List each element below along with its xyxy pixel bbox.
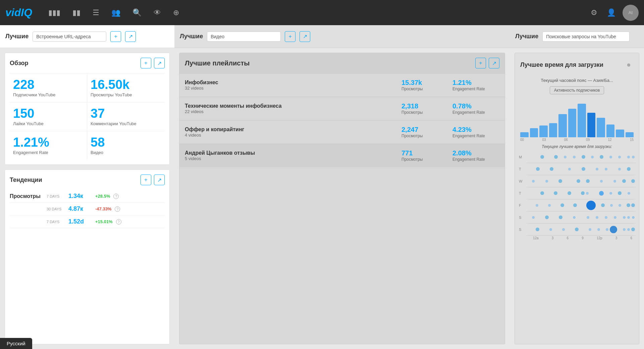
playlist-row-2: Оффер и копирайтинг 4 videos 2,247 Просм… (179, 120, 505, 144)
scatter-row-2: W (526, 175, 636, 187)
scatter-dot (619, 204, 621, 207)
stat-likes-value: 150 (13, 107, 84, 120)
top-navbar: vidIQ ▮▮▮ ▮▮ ☰ 👥 🔍 👁 ⊕ ⚙ 👤 At (0, 0, 644, 25)
playlist-info-0: Инфобизнес 32 videos (185, 80, 397, 91)
playlist-rate-0: 1.21% Engagement Rate (452, 79, 499, 91)
scatter-dot (540, 191, 544, 195)
add-widget-button[interactable]: + (110, 31, 121, 42)
users-icon[interactable]: 👥 (109, 6, 123, 20)
right-top-strip: Лучшие (510, 25, 644, 48)
list-icon[interactable]: ☰ (90, 6, 102, 20)
scatter-dot (573, 203, 577, 207)
playlist-info-2: Оффер и копирайтинг 4 videos (185, 127, 397, 138)
scatter-dot (532, 216, 535, 219)
trend-period-0: 7 DAYS (47, 194, 65, 198)
scatter-dot (605, 216, 607, 219)
scatter-dot (536, 228, 539, 231)
left-strip-input[interactable] (33, 32, 106, 42)
stat-subscribers: 228 Подписчики YouTube (10, 73, 87, 102)
playlist-views-0: 15.37k Просмотры (401, 79, 448, 91)
scatter-dot (596, 216, 598, 219)
playlists-expand-button[interactable]: ↗ (489, 58, 499, 68)
mid-strip-input[interactable] (207, 32, 281, 42)
scatter-dot (618, 191, 622, 195)
right-strip-input[interactable] (542, 32, 630, 42)
scatter-dot (618, 168, 621, 170)
scatter-dot (554, 191, 557, 195)
trends-add-button[interactable]: + (141, 174, 151, 185)
mid-top-strip: Лучшие + ↗ (174, 25, 510, 48)
scatter-dot (575, 228, 579, 231)
upload-header: Лучшее время для загрузки ● (515, 53, 639, 77)
stat-engagement-label: Engagement Rate (13, 150, 84, 155)
scatter-time-axis: 12a 3 6 9 12p 3 6 (518, 236, 636, 241)
playlist-name-2: Оффер и копирайтинг (185, 127, 397, 133)
scatter-dot (601, 203, 605, 207)
stat-views: 16.50k Просмотры YouTube (87, 73, 165, 102)
playlists-add-button[interactable]: + (475, 58, 486, 68)
scatter-dot (545, 215, 549, 219)
clock-icon[interactable]: ● (624, 58, 634, 72)
activity-btn[interactable]: Активность подписчиков (550, 86, 604, 94)
avatar[interactable]: At (623, 5, 639, 21)
scatter-dot (605, 168, 607, 170)
scatter-dot (587, 216, 589, 219)
stat-views-label: Просмотры YouTube (91, 92, 161, 97)
time-axis: 00 03 06 09 12 15 (515, 137, 639, 142)
plus-circle-icon[interactable]: ⊕ (170, 6, 182, 20)
playlist-row-0: Инфобизнес 32 videos 15.37k Просмотры 1.… (179, 73, 505, 97)
trend-change-0: +28.5% (95, 194, 110, 199)
scatter-dot (600, 180, 603, 183)
scatter-dot (550, 167, 553, 171)
trends-card: Тенденции + ↗ Просмотры 7 DAYS 1.34к +28… (5, 169, 170, 344)
trend-info-2[interactable]: ? (116, 219, 121, 225)
stat-comments-label: Комментарии YouTube (91, 121, 161, 126)
scatter-dot (560, 203, 564, 207)
scatter-dot (627, 156, 630, 158)
playlist-views-2: 2,247 Просмотры (401, 126, 448, 138)
avatar-label: At (629, 10, 633, 15)
playlist-name-0: Инфобизнес (185, 80, 397, 86)
trends-expand-button[interactable]: ↗ (154, 174, 165, 185)
playlist-count-1: 22 videos (185, 109, 397, 114)
overview-add-button[interactable]: + (141, 58, 151, 68)
logo: vidIQ (5, 6, 32, 19)
bar-1 (530, 128, 538, 137)
scatter-dot (632, 156, 635, 158)
search-icon[interactable]: 🔍 (130, 6, 144, 20)
expand-button[interactable]: ↗ (125, 31, 136, 42)
stat-subscribers-label: Подписчики YouTube (13, 92, 84, 97)
stat-comments-value: 37 (91, 107, 161, 120)
gear-icon[interactable]: ⚙ (588, 6, 600, 20)
eye-icon[interactable]: 👁 (151, 6, 164, 20)
stats-grid: 228 Подписчики YouTube 16.50k Просмотры … (10, 73, 165, 160)
upload-title: Лучшее время для загрузки (520, 61, 603, 68)
playlist-info-1: Технические моменты инфобизнеса 22 video… (185, 103, 397, 114)
bar-chart (515, 97, 639, 137)
scatter-dot (589, 228, 591, 231)
chart-bar-icon[interactable]: ▮▮▮ (46, 6, 63, 20)
playlist-rate-1: 0.78% Engagement Rate (452, 102, 499, 115)
trend-info-1[interactable]: ? (115, 206, 120, 212)
mid-add-button[interactable]: + (285, 31, 296, 42)
mid-strip-label: Лучшие (180, 33, 203, 40)
scatter-row-1: T (526, 163, 636, 175)
film-icon[interactable]: ▮▮ (70, 6, 83, 20)
scatter-dot (622, 179, 626, 183)
language-badge: Русский (0, 338, 32, 349)
overview-expand-button[interactable]: ↗ (154, 58, 165, 68)
bar-10 (616, 130, 624, 137)
user-icon[interactable]: 👤 (604, 6, 619, 20)
scatter-dot (573, 156, 576, 158)
scatter-dot (558, 179, 562, 183)
left-column: Лучшие + ↗ Обзор + ↗ 228 Подписчики YouT… (0, 25, 174, 349)
stat-engagement-value: 1.21% (13, 136, 84, 149)
trend-row-1: 30 DAYS 4.87к -47.33% ? (10, 203, 165, 215)
bar-4 (558, 114, 567, 137)
mid-expand-button[interactable]: ↗ (300, 31, 310, 42)
scatter-row-4: F (526, 199, 636, 211)
trend-info-0[interactable]: ? (113, 194, 119, 199)
scatter-dot (573, 216, 576, 219)
stat-engagement: 1.21% Engagement Rate (10, 131, 87, 160)
scatter-dot (596, 168, 598, 170)
